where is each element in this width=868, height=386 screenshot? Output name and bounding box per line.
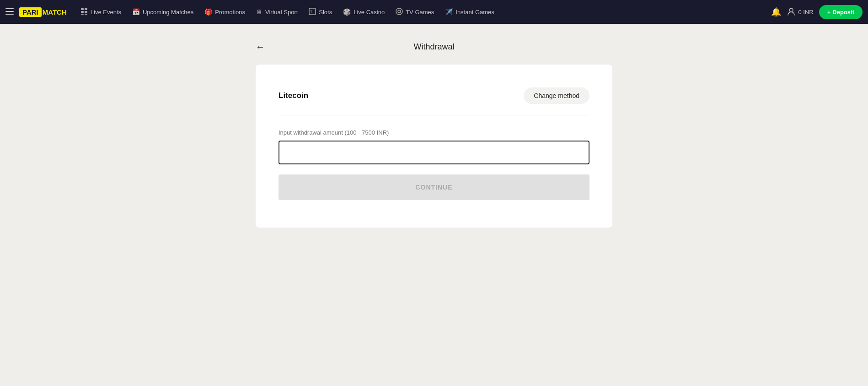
svg-rect-2 bbox=[5, 14, 14, 15]
back-button[interactable]: ← bbox=[256, 42, 265, 52]
nav-promotions-label: Promotions bbox=[215, 9, 245, 16]
nav-instant-games-label: Instant Games bbox=[455, 9, 494, 16]
method-row: Litecoin Change method bbox=[279, 87, 589, 115]
nav-upcoming-matches-label: Upcoming Matches bbox=[143, 9, 193, 16]
withdrawal-wrapper: ← Withdrawal Litecoin Change method Inpu… bbox=[256, 42, 612, 228]
logo-pari: PARI bbox=[19, 7, 42, 17]
instant-games-icon: ✈️ bbox=[445, 8, 453, 16]
user-area[interactable]: 0 INR bbox=[787, 7, 814, 17]
svg-rect-3 bbox=[81, 8, 84, 10]
notification-icon[interactable]: 🔔 bbox=[771, 7, 781, 17]
svg-point-11 bbox=[396, 8, 402, 15]
nav-slots-label: Slots bbox=[319, 9, 332, 16]
slots-icon: 7 bbox=[309, 8, 316, 16]
nav-live-events[interactable]: Live Events bbox=[76, 5, 126, 19]
nav-promotions[interactable]: 🎁 Promotions bbox=[200, 5, 250, 18]
svg-rect-5 bbox=[81, 11, 84, 13]
svg-rect-6 bbox=[85, 11, 87, 13]
change-method-button[interactable]: Change method bbox=[524, 87, 589, 104]
svg-rect-1 bbox=[5, 11, 14, 12]
page-title: Withdrawal bbox=[413, 42, 454, 52]
method-name: Litecoin bbox=[279, 91, 308, 100]
tv-games-icon bbox=[396, 8, 403, 16]
navbar-right: 🔔 0 INR + Deposit bbox=[771, 5, 863, 19]
nav-upcoming-matches[interactable]: 📅 Upcoming Matches bbox=[128, 5, 198, 18]
deposit-plus-icon: + bbox=[827, 9, 831, 16]
nav-tv-games-label: TV Games bbox=[406, 9, 434, 16]
upcoming-matches-icon: 📅 bbox=[132, 8, 140, 16]
promotions-icon: 🎁 bbox=[204, 8, 212, 16]
nav-instant-games[interactable]: ✈️ Instant Games bbox=[440, 5, 499, 18]
svg-text:7: 7 bbox=[310, 10, 312, 14]
user-balance: 0 INR bbox=[798, 9, 814, 16]
virtual-sport-icon: 🖥 bbox=[256, 8, 263, 16]
withdrawal-card: Litecoin Change method Input withdrawal … bbox=[256, 65, 612, 228]
svg-rect-0 bbox=[5, 8, 14, 9]
nav-live-events-label: Live Events bbox=[91, 9, 121, 16]
svg-rect-7 bbox=[81, 14, 84, 15]
amount-label: Input withdrawal amount (100 - 7500 INR) bbox=[279, 129, 589, 136]
svg-rect-8 bbox=[85, 14, 87, 15]
svg-point-13 bbox=[789, 8, 793, 12]
nav-slots[interactable]: 7 Slots bbox=[304, 5, 337, 19]
nav-live-casino-label: Live Casino bbox=[354, 9, 385, 16]
back-icon: ← bbox=[256, 42, 265, 52]
nav-virtual-sport[interactable]: 🖥 Virtual Sport bbox=[252, 5, 302, 18]
logo[interactable]: PARI MATCH bbox=[19, 7, 67, 17]
amount-input[interactable] bbox=[279, 141, 589, 164]
nav-live-casino[interactable]: 🎲 Live Casino bbox=[338, 5, 389, 18]
navbar: PARI MATCH Live Events 📅 Upcoming Matche… bbox=[0, 0, 868, 24]
nav-tv-games[interactable]: TV Games bbox=[391, 5, 439, 19]
continue-button[interactable]: CONTINUE bbox=[279, 174, 589, 200]
live-casino-icon: 🎲 bbox=[343, 8, 351, 16]
withdrawal-header: ← Withdrawal bbox=[256, 42, 612, 52]
page-content: ← Withdrawal Litecoin Change method Inpu… bbox=[0, 24, 868, 386]
svg-point-12 bbox=[398, 10, 401, 13]
live-events-icon bbox=[80, 8, 88, 16]
logo-match: MATCH bbox=[43, 8, 67, 16]
deposit-label: Deposit bbox=[832, 9, 854, 16]
deposit-button[interactable]: + Deposit bbox=[819, 5, 863, 19]
svg-rect-4 bbox=[85, 8, 87, 10]
hamburger-icon[interactable] bbox=[5, 7, 14, 17]
user-icon bbox=[787, 7, 796, 17]
nav-virtual-sport-label: Virtual Sport bbox=[265, 9, 298, 16]
